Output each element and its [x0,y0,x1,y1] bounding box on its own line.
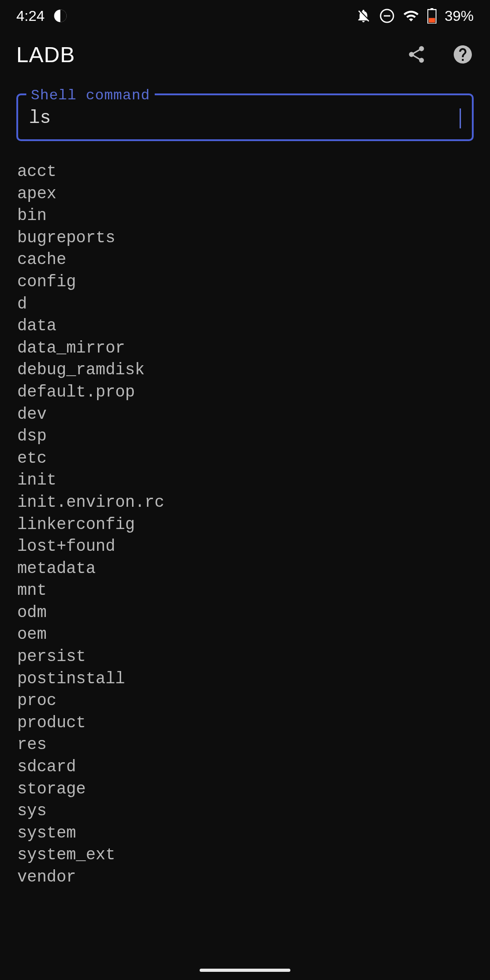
notifications-off-icon [356,8,371,24]
shell-command-field[interactable]: Shell command ls [16,93,474,141]
content-area: Shell command ls acct apex bin bugreport… [0,77,490,889]
status-left: 4:24 [16,8,67,24]
shell-command-input[interactable]: ls [29,108,460,128]
help-icon [452,44,474,65]
shell-output[interactable]: acct apex bin bugreports cache config d … [16,161,474,889]
app-actions [406,44,474,65]
status-time: 4:24 [16,8,44,24]
help-button[interactable] [452,44,474,65]
navigation-pill[interactable] [200,969,290,972]
app-bar: LADB [0,32,490,77]
app-title: LADB [16,42,75,67]
status-bar: 4:24 [0,0,490,32]
share-button[interactable] [406,44,427,65]
battery-percent: 39% [445,8,474,24]
wifi-icon [403,8,419,24]
do-not-disturb-icon [379,8,395,24]
battery-icon [427,8,436,24]
share-icon [407,44,426,64]
status-right: 39% [356,8,474,24]
contrast-icon [54,9,67,23]
shell-command-label: Shell command [26,87,155,104]
svg-rect-5 [429,18,435,23]
text-cursor [460,108,461,128]
